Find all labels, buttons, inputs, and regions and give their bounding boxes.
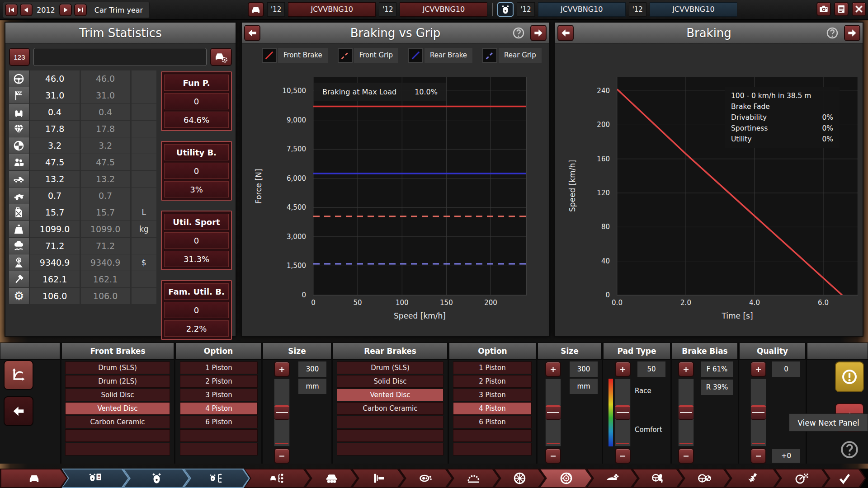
- toolbar-tab-aerodynamics[interactable]: [586, 469, 638, 488]
- brake-bias-slider[interactable]: [678, 379, 694, 446]
- toolbar-tab-trim[interactable]: [244, 469, 311, 488]
- toolbar-tab-suspension[interactable]: [725, 469, 781, 488]
- rear-size-slider-handle[interactable]: [546, 405, 561, 420]
- notes-icon: [836, 4, 846, 14]
- export-trim-button[interactable]: [210, 48, 232, 66]
- pad-type-increase-button[interactable]: [615, 361, 631, 377]
- stat-value-current: 1099.0: [30, 221, 80, 237]
- toolbar-tab-interior[interactable]: [632, 469, 684, 488]
- toolbar-tab-brakes[interactable]: [539, 469, 593, 488]
- front-size-decrease-button[interactable]: [274, 448, 290, 464]
- quality-decrease-button[interactable]: [750, 448, 766, 464]
- last-year-button[interactable]: [74, 4, 87, 16]
- rear-size-decrease-button[interactable]: [545, 448, 561, 464]
- rear-caliper-option-1-piston[interactable]: 1 Piston: [453, 361, 532, 374]
- brake-bias-decrease-button[interactable]: [678, 448, 694, 464]
- toolbar-tab-testing[interactable]: [774, 469, 829, 488]
- stat-unit: [132, 238, 156, 254]
- stat-unit: [132, 70, 156, 87]
- panel-help-button[interactable]: [838, 438, 861, 461]
- front-brakes-option-drum-sls[interactable]: Drum (SLS): [65, 361, 170, 374]
- screenshot-button[interactable]: [816, 2, 831, 16]
- model-tab-3[interactable]: JCVVBNG10: [538, 2, 626, 17]
- pad-type-slider-handle[interactable]: [615, 405, 630, 420]
- next-year-button[interactable]: [59, 4, 72, 16]
- toolbar-tab-safety[interactable]: [678, 469, 731, 488]
- toolbar-tab-engine-overview[interactable]: [61, 469, 129, 488]
- close-button[interactable]: [852, 2, 866, 16]
- car-tab-group-button[interactable]: [248, 2, 264, 17]
- quality-increase-button[interactable]: [750, 361, 766, 377]
- toolbar-tab-wheels[interactable]: [494, 469, 546, 488]
- model-tab-1[interactable]: JCVVBNG10: [288, 2, 376, 17]
- close-icon: [854, 4, 864, 14]
- front-brakes-option-carbon-ceramic[interactable]: Carbon Ceramic: [65, 416, 170, 428]
- toolbar-tab-gearbox[interactable]: [447, 469, 500, 488]
- pad-type-decrease-button[interactable]: [615, 448, 631, 464]
- trim-name-input[interactable]: [33, 48, 207, 66]
- first-year-button[interactable]: [5, 4, 18, 16]
- graph-help-button[interactable]: [512, 26, 525, 40]
- front-caliper-option-6-piston[interactable]: 6 Piston: [180, 416, 258, 428]
- score-box-percent: 3%: [164, 181, 229, 197]
- stat-unit: [132, 87, 156, 103]
- graph-limit-button[interactable]: [4, 360, 33, 390]
- legend-item-front-brake[interactable]: Front Brake: [262, 48, 328, 63]
- rear-brakes-option-vented-disc[interactable]: Vented Disc: [337, 389, 443, 401]
- previous-graph-button[interactable]: [244, 25, 260, 41]
- toolbar-tab-drivetrain[interactable]: [352, 469, 405, 488]
- front-size-slider-handle[interactable]: [274, 405, 289, 420]
- front-brakes-option-solid-disc[interactable]: Solid Disc: [65, 389, 170, 401]
- toolbar-tab-confirm[interactable]: [823, 469, 866, 488]
- x-tick-label: 150: [440, 299, 453, 307]
- legend-label: Rear Grip: [499, 48, 542, 63]
- front-brakes-option-drum-2ls[interactable]: Drum (2LS): [65, 375, 170, 388]
- next-graph-button[interactable]: [844, 25, 860, 41]
- legend-label: Front Brake: [278, 48, 328, 63]
- front-caliper-option-3-piston[interactable]: 3 Piston: [180, 389, 258, 401]
- rear-caliper-option-2-piston[interactable]: 2 Piston: [453, 375, 532, 388]
- legend-item-rear-grip[interactable]: Rear Grip: [482, 48, 542, 63]
- front-caliper-option-2-piston[interactable]: 2 Piston: [180, 375, 258, 388]
- view-previous-panel-button[interactable]: [4, 396, 33, 426]
- toolbar-tab-body[interactable]: [0, 469, 68, 488]
- graph-help-button[interactable]: [826, 26, 839, 40]
- rear-caliper-option-4-piston[interactable]: 4 Piston: [453, 402, 532, 415]
- info-stat-label: Utility: [731, 134, 752, 145]
- toolbar-tab-body-options[interactable]: [399, 469, 453, 488]
- notes-button[interactable]: [834, 2, 849, 16]
- rear-brakes-option-drum-sls[interactable]: Drum (SLS): [337, 361, 443, 374]
- next-graph-button[interactable]: [530, 25, 547, 41]
- numeric-display-button[interactable]: 123: [9, 48, 30, 66]
- rear-size-increase-button[interactable]: [545, 361, 561, 377]
- toolbar-tab-engine-family[interactable]: [123, 469, 190, 488]
- model-tab-2[interactable]: JCVVBNG10: [400, 2, 487, 17]
- rear-caliper-option-6-piston[interactable]: 6 Piston: [453, 416, 532, 428]
- rear-brakes-option-carbon-ceramic[interactable]: Carbon Ceramic: [337, 402, 443, 415]
- previous-year-button[interactable]: [20, 4, 33, 16]
- pad-type-slider[interactable]: [615, 379, 631, 446]
- front-size-increase-button[interactable]: [274, 361, 290, 377]
- previous-graph-button[interactable]: [557, 25, 574, 41]
- legend-item-front-grip[interactable]: Front Grip: [338, 48, 398, 63]
- warning-button[interactable]: [835, 361, 864, 392]
- stat-value-current: 0.4: [30, 104, 80, 120]
- quality-slider-handle[interactable]: [751, 405, 766, 420]
- brake-bias-slider-handle[interactable]: [679, 405, 693, 420]
- front-caliper-option-1-piston[interactable]: 1 Piston: [180, 361, 258, 374]
- front-caliper-option-4-piston[interactable]: 4 Piston: [180, 402, 258, 415]
- plus-icon: [278, 365, 286, 374]
- legend-item-rear-brake[interactable]: Rear Brake: [408, 48, 472, 63]
- toolbar-tab-chassis[interactable]: [305, 469, 358, 488]
- rear-size-slider[interactable]: [545, 379, 561, 446]
- rear-caliper-option-3-piston[interactable]: 3 Piston: [453, 389, 532, 401]
- wheel-rim-icon: [513, 471, 527, 485]
- toolbar-tab-engine-variant[interactable]: [184, 469, 250, 488]
- front-size-slider[interactable]: [274, 379, 290, 446]
- model-tab-4[interactable]: JCVVBNG10: [650, 2, 737, 17]
- engine-tab-group-button[interactable]: [497, 2, 514, 17]
- front-brakes-option-vented-disc[interactable]: Vented Disc: [65, 402, 170, 415]
- quality-slider[interactable]: [750, 379, 766, 446]
- rear-brakes-option-solid-disc[interactable]: Solid Disc: [337, 375, 443, 388]
- brake-bias-increase-button[interactable]: [678, 361, 694, 377]
